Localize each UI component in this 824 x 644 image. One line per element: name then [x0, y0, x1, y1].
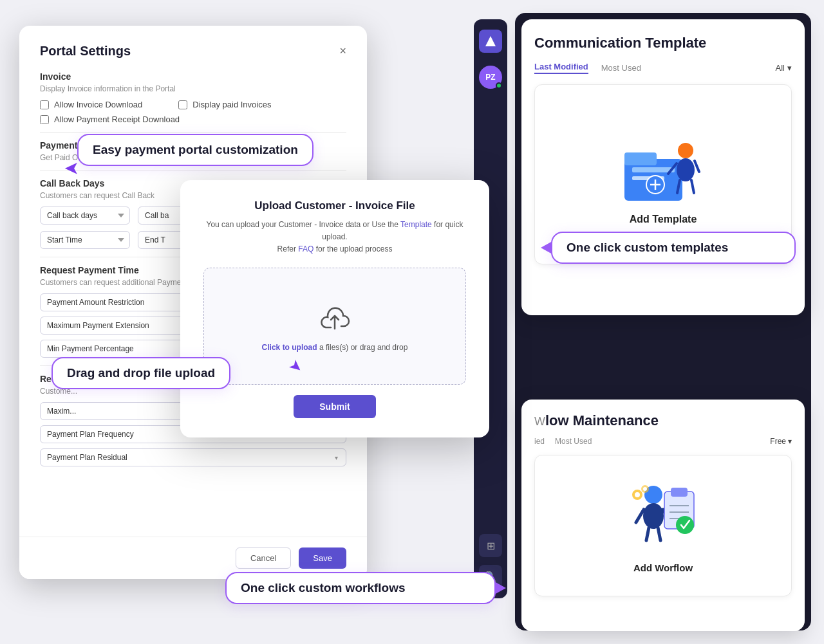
- workflow-title-text: Wlow Maintenance: [534, 412, 659, 428]
- invoice-section: Invoice Display Invoice information in t…: [40, 71, 346, 124]
- cancel-button[interactable]: Cancel: [236, 547, 291, 569]
- allow-invoice-download-checkbox[interactable]: [40, 100, 49, 109]
- click-to-upload[interactable]: Click to upload: [262, 343, 317, 352]
- invoice-section-title: Invoice: [40, 71, 346, 82]
- faq-link[interactable]: FAQ: [298, 244, 314, 253]
- svg-line-10: [695, 161, 699, 172]
- workflows-callout: One click custom workflows: [225, 572, 496, 604]
- template-illustration: [618, 124, 708, 214]
- comm-template-title: Communication Template: [534, 35, 792, 51]
- add-template-label[interactable]: Add Template: [630, 214, 697, 225]
- modal-title: Portal Settings: [40, 44, 131, 59]
- workflow-panel: Wlow Maintenance ied Most Used Free ▾: [521, 400, 805, 631]
- submit-button[interactable]: Submit: [294, 395, 375, 418]
- svg-line-18: [646, 528, 649, 540]
- svg-marker-13: [485, 36, 496, 46]
- avatar-container: PZ: [479, 66, 502, 89]
- start-time-select[interactable]: Start Time: [40, 231, 130, 249]
- communication-templates-panel: Communication Template Last Modified Mos…: [521, 19, 805, 315]
- upload-modal-title: Upload Customer - Invoice File: [254, 199, 415, 212]
- display-paid-invoices-checkbox[interactable]: [178, 100, 187, 109]
- svg-rect-1: [624, 152, 657, 165]
- workflow-filter-most-used[interactable]: Most Used: [555, 437, 592, 446]
- payment-plan-residual-dropdown[interactable]: Payment Plan Residual ▾: [40, 448, 346, 466]
- checkbox-allow-download: Allow Invoice Download Display paid Invo…: [40, 100, 346, 109]
- svg-line-19: [658, 528, 660, 540]
- divider-2: [40, 170, 346, 170]
- filter-most-used[interactable]: Most Used: [601, 63, 641, 73]
- drag-drop-callout: Drag and drop file upload: [52, 357, 230, 389]
- invoice-section-sub: Display Invoice information in the Porta…: [40, 84, 346, 93]
- brand-icon[interactable]: [479, 30, 502, 53]
- templates-callout: One click custom templates: [551, 232, 796, 264]
- svg-point-8: [677, 158, 695, 181]
- allow-payment-receipt-label: Allow Payment Receipt Download: [54, 115, 180, 124]
- svg-rect-21: [671, 488, 688, 497]
- upload-customer-invoice-modal: Upload Customer - Invoice File You can u…: [180, 180, 489, 437]
- upload-dropzone[interactable]: Click to upload a files(s) or drag and d…: [203, 268, 466, 385]
- svg-point-25: [676, 516, 694, 534]
- upload-hint: Click to upload a files(s) or drag and d…: [262, 343, 408, 352]
- workflow-filter-row: ied Most Used Free ▾: [534, 437, 792, 446]
- upload-modal-description: You can upload your Customer - Invoice d…: [203, 219, 466, 256]
- payment-portal-arrow: ➤: [64, 158, 79, 179]
- cloud-upload-icon: [317, 300, 353, 336]
- template-link[interactable]: Template: [400, 220, 432, 229]
- filter-all-dropdown[interactable]: All ▾: [776, 63, 792, 73]
- add-workflow-card[interactable]: Add Worflow: [534, 455, 792, 596]
- svg-point-15: [643, 503, 664, 529]
- svg-point-29: [643, 487, 647, 491]
- workflow-title: Wlow Maintenance: [534, 412, 792, 429]
- modal-close-button[interactable]: ×: [339, 44, 346, 58]
- save-button[interactable]: Save: [299, 547, 346, 569]
- allow-payment-receipt-checkbox[interactable]: [40, 115, 49, 124]
- divider-1: [40, 132, 346, 133]
- user-avatar: PZ: [479, 66, 502, 89]
- workflow-filter-modified[interactable]: ied: [534, 437, 545, 446]
- svg-point-7: [678, 143, 693, 158]
- svg-line-12: [691, 180, 694, 193]
- svg-point-27: [635, 492, 640, 497]
- online-dot: [496, 82, 502, 89]
- grid-icon[interactable]: ⊞: [479, 534, 502, 557]
- payment-portal-callout: Easy payment portal customization: [77, 134, 314, 166]
- call-back-days-select[interactable]: Call back days: [40, 207, 130, 225]
- workflow-filter-free[interactable]: Free ▾: [770, 437, 792, 446]
- checkbox-payment-receipt: Allow Payment Receipt Download: [40, 115, 346, 124]
- template-filter-row: Last Modified Most Used All ▾: [534, 62, 792, 74]
- allow-invoice-download-label: Allow Invoice Download: [54, 100, 142, 109]
- svg-line-16: [636, 510, 644, 522]
- modal-header: Portal Settings ×: [40, 44, 346, 59]
- add-workflow-label[interactable]: Add Worflow: [633, 562, 693, 573]
- display-paid-invoices-label: Display paid Invoices: [192, 100, 271, 109]
- filter-last-modified[interactable]: Last Modified: [534, 62, 588, 74]
- workflow-illustration: [624, 479, 702, 556]
